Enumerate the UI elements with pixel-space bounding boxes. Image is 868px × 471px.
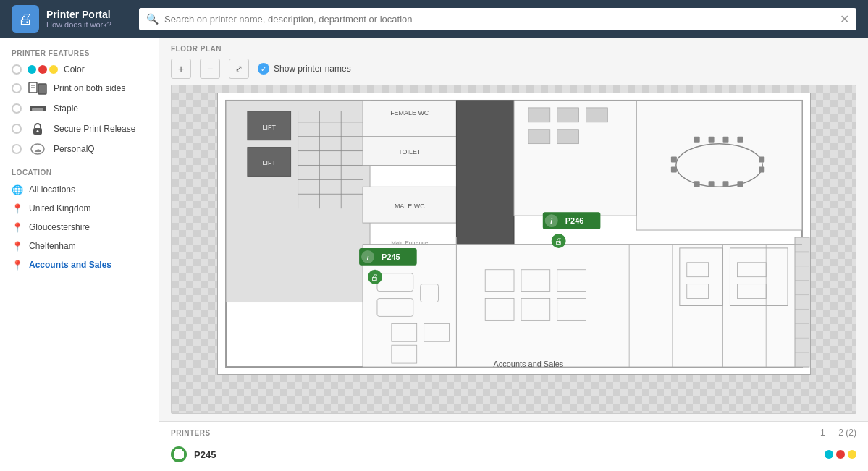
svg-rect-42 [737, 181, 743, 187]
svg-text:🖨: 🖨 [555, 237, 562, 245]
feature-duplex[interactable]: Print on both sides [12, 82, 147, 95]
features-section-title: PRINTER FEATURES [12, 49, 147, 57]
svg-rect-103 [175, 455, 182, 459]
printer-row-p245[interactable]: P245 [171, 444, 856, 465]
floor-plan-toolbar: + − ⤢ ✓ Show printer names [171, 59, 856, 79]
printer-p245-dot-red [836, 450, 845, 459]
location-all[interactable]: 🌐 All locations [12, 184, 147, 195]
content-area: FLOOR PLAN + − ⤢ ✓ Show printer names [159, 38, 868, 471]
svg-rect-41 [722, 181, 728, 187]
feature-radio-secure[interactable] [12, 124, 22, 134]
location-gloucestershire-label: Gloucestershire [29, 222, 90, 232]
svg-text:LIFT: LIFT [262, 159, 276, 166]
show-printer-names-toggle[interactable]: ✓ Show printer names [258, 63, 351, 75]
svg-rect-40 [708, 181, 714, 187]
dot-cyan [28, 65, 36, 74]
feature-staple-label: Staple [54, 103, 78, 114]
printer-p245-dot-cyan [825, 450, 833, 459]
building-svg: LIFT LIFT [218, 93, 810, 374]
printer-p245-colors [825, 450, 856, 459]
search-icon: 🔍 [146, 13, 159, 25]
svg-text:FEMALE WC: FEMALE WC [390, 109, 429, 116]
location-gloucestershire[interactable]: 📍 Gloucestershire [12, 221, 147, 233]
fit-button[interactable]: ⤢ [229, 59, 249, 79]
svg-text:Accounts and Sales: Accounts and Sales [493, 360, 563, 368]
search-bar[interactable]: 🔍 ✕ [139, 8, 856, 30]
svg-rect-32 [456, 101, 514, 245]
svg-rect-44 [670, 166, 676, 172]
pin-cheltenham-icon: 📍 [12, 240, 23, 252]
svg-rect-1 [38, 84, 46, 94]
feature-radio-duplex[interactable] [12, 83, 22, 93]
personalq-icon: ☁ [28, 143, 48, 156]
floor-plan-building: LIFT LIFT [217, 93, 811, 375]
dot-yellow [49, 65, 58, 74]
search-input[interactable] [164, 14, 834, 25]
zoom-out-button[interactable]: − [200, 59, 220, 79]
app-header: 🖨 Printer Portal How does it work? 🔍 ✕ [0, 0, 868, 38]
location-cheltenham-label: Cheltenham [29, 241, 76, 251]
logo-text: Printer Portal How does it work? [46, 9, 111, 29]
feature-personalq[interactable]: ☁ PersonalQ [12, 143, 147, 156]
feature-secure[interactable]: Secure Print Release [12, 122, 147, 135]
svg-rect-46 [759, 166, 764, 172]
printers-header: PRINTERS 1 — 2 (2) [171, 428, 856, 438]
feature-radio-color[interactable] [12, 64, 22, 75]
svg-rect-33 [636, 101, 802, 230]
svg-rect-36 [708, 137, 714, 143]
svg-text:☁: ☁ [34, 145, 41, 153]
main-layout: PRINTER FEATURES Color Print o [0, 38, 868, 471]
printers-section: PRINTERS 1 — 2 (2) P245 [159, 421, 868, 471]
svg-rect-37 [722, 137, 728, 143]
svg-text:i: i [366, 253, 368, 261]
zoom-in-button[interactable]: + [171, 59, 191, 79]
svg-text:P245: P245 [382, 253, 400, 261]
show-names-label: Show printer names [274, 64, 351, 74]
svg-rect-51 [528, 130, 549, 144]
location-section: LOCATION 🌐 All locations 📍 United Kingdo… [12, 169, 147, 271]
feature-color-label: Color [64, 64, 85, 75]
svg-rect-52 [557, 130, 578, 144]
feature-radio-personalq[interactable] [12, 144, 22, 154]
svg-text:🖨: 🖨 [371, 273, 379, 281]
feature-color[interactable]: Color [12, 64, 147, 75]
svg-rect-38 [737, 137, 743, 143]
feature-staple[interactable]: Staple [12, 102, 147, 115]
feature-personalq-label: PersonalQ [54, 144, 95, 154]
sidebar: PRINTER FEATURES Color Print o [0, 38, 159, 471]
secure-icon [28, 122, 48, 135]
dot-red [38, 65, 47, 74]
printer-p245-dot-yellow [848, 450, 856, 459]
printers-count: 1 — 2 (2) [820, 428, 856, 438]
feature-radio-staple[interactable] [12, 103, 22, 114]
logo-area: 🖨 Printer Portal How does it work? [12, 5, 127, 33]
svg-rect-102 [175, 449, 182, 453]
feature-secure-label: Secure Print Release [54, 124, 135, 134]
svg-rect-26 [363, 101, 456, 137]
floor-plan-canvas: LIFT LIFT [171, 85, 856, 414]
location-uk[interactable]: 📍 United Kingdom [12, 203, 147, 214]
svg-rect-43 [670, 157, 676, 163]
printer-p245-name: P245 [194, 449, 216, 460]
pin-uk-icon: 📍 [12, 203, 23, 214]
svg-rect-48 [528, 108, 549, 122]
duplex-icon [28, 82, 48, 95]
search-clear-button[interactable]: ✕ [840, 12, 849, 26]
location-accounts[interactable]: 📍 Accounts and Sales [12, 259, 147, 271]
staple-icon [28, 102, 48, 115]
svg-text:P246: P246 [565, 216, 583, 225]
location-all-label: All locations [29, 184, 75, 195]
floor-plan-title: FLOOR PLAN [171, 45, 856, 53]
svg-text:i: i [550, 217, 552, 225]
svg-text:TOILET: TOILET [398, 148, 421, 156]
toggle-check-icon: ✓ [258, 63, 269, 75]
feature-duplex-label: Print on both sides [54, 83, 125, 93]
logo-icon: 🖨 [12, 5, 39, 33]
svg-rect-50 [586, 108, 607, 122]
app-subtitle: How does it work? [46, 20, 111, 29]
location-accounts-label: Accounts and Sales [29, 260, 111, 270]
svg-rect-49 [557, 108, 578, 122]
location-cheltenham[interactable]: 📍 Cheltenham [12, 240, 147, 252]
printer-p245-icon [171, 446, 187, 462]
app-title: Printer Portal [46, 9, 111, 20]
